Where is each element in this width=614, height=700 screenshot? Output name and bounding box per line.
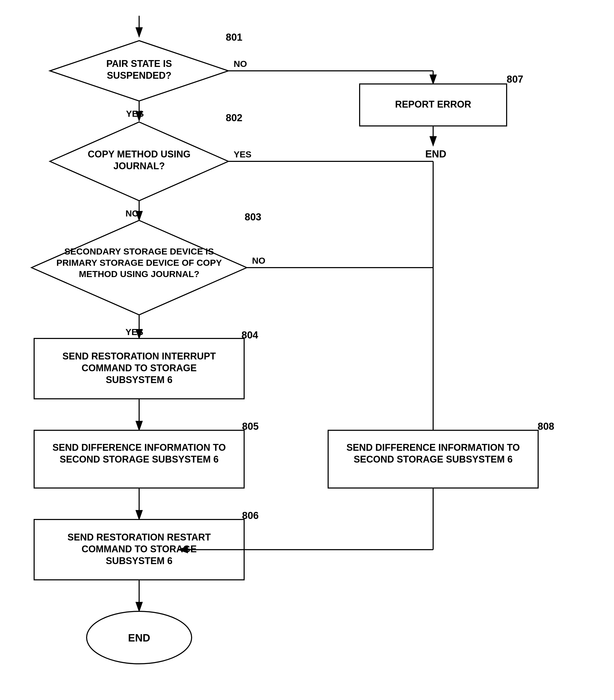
svg-text:NO: NO [234,59,247,69]
label-807: 807 [507,74,523,85]
label-801: 801 [226,32,242,43]
svg-text:METHOD USING JOURNAL?: METHOD USING JOURNAL? [79,269,199,279]
svg-text:SEND DIFFERENCE INFORMATION TO: SEND DIFFERENCE INFORMATION TO [52,442,226,453]
label-806: 806 [242,510,259,521]
svg-text:SECONDARY STORAGE DEVICE IS: SECONDARY STORAGE DEVICE IS [64,246,214,256]
svg-text:COMMAND TO STORAGE: COMMAND TO STORAGE [82,363,197,373]
svg-text:SECOND STORAGE SUBSYSTEM 6: SECOND STORAGE SUBSYSTEM 6 [60,454,218,465]
svg-marker-22 [32,221,247,315]
label-803: 803 [245,211,261,223]
svg-text:PAIR STATE IS: PAIR STATE IS [106,58,172,69]
svg-text:SUBSYSTEM 6: SUBSYSTEM 6 [106,555,172,566]
svg-text:END: END [128,632,150,643]
svg-text:YES: YES [125,327,143,337]
svg-text:REPORT ERROR: REPORT ERROR [395,99,471,110]
svg-text:COMMAND TO STORAGE: COMMAND TO STORAGE [82,543,197,554]
flowchart-svg: PAIR STATE IS SUSPENDED? 801 YES NO REPO… [0,0,614,700]
svg-text:SUSPENDED?: SUSPENDED? [107,70,171,81]
label-805: 805 [242,421,259,432]
label-804: 804 [242,329,258,340]
svg-text:NO: NO [252,255,266,265]
svg-text:JOURNAL?: JOURNAL? [113,161,165,171]
svg-text:SEND RESTORATION RESTART: SEND RESTORATION RESTART [67,532,211,542]
svg-text:COPY METHOD USING: COPY METHOD USING [88,149,190,160]
label-808: 808 [538,421,554,432]
svg-text:SECOND STORAGE SUBSYSTEM 6: SECOND STORAGE SUBSYSTEM 6 [354,454,513,465]
flowchart-diagram: PAIR STATE IS SUSPENDED? 801 YES NO REPO… [0,0,614,700]
svg-text:PRIMARY STORAGE DEVICE OF COPY: PRIMARY STORAGE DEVICE OF COPY [57,258,222,267]
svg-text:YES: YES [234,149,251,159]
svg-text:SUBSYSTEM 6: SUBSYSTEM 6 [106,374,172,385]
svg-text:END: END [425,149,446,160]
svg-text:NO: NO [125,208,139,218]
svg-text:YES: YES [126,109,144,118]
label-802: 802 [226,112,242,123]
svg-text:SEND DIFFERENCE INFORMATION TO: SEND DIFFERENCE INFORMATION TO [346,442,520,453]
svg-text:SEND RESTORATION INTERRUPT: SEND RESTORATION INTERRUPT [62,351,216,362]
